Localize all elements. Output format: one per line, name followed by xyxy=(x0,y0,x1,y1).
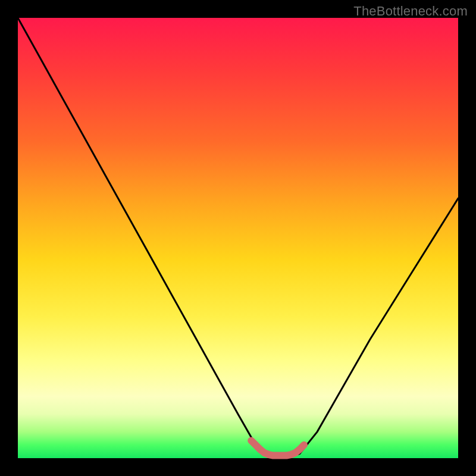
optimal-zone-path xyxy=(251,440,304,455)
curve-layer xyxy=(18,18,458,458)
plot-area xyxy=(18,18,458,458)
chart-frame: TheBottleneck.com xyxy=(0,0,476,476)
attribution-label: TheBottleneck.com xyxy=(353,4,468,19)
bottleneck-curve-path xyxy=(18,18,458,456)
